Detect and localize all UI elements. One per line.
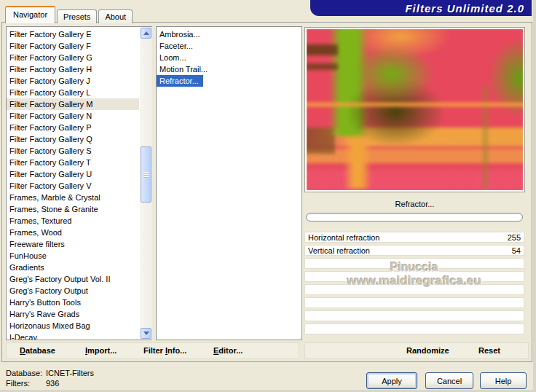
empty-slider-row — [304, 310, 524, 321]
empty-slider-row — [304, 324, 524, 334]
filter-list-item[interactable]: Motion Trail... — [157, 63, 302, 75]
tab[interactable]: Presets — [57, 9, 97, 23]
category-list-item[interactable]: Filter Factory Gallery P — [7, 122, 139, 133]
category-list-item[interactable]: Filter Factory Gallery L — [7, 87, 139, 98]
category-list-item[interactable]: Filter Factory Gallery M — [7, 98, 139, 110]
status-database-value: ICNET-Filters — [46, 368, 94, 378]
empty-slider-row — [304, 271, 524, 282]
filter-list: Ambrosia... Faceter... Loom... Motion Tr… — [156, 26, 302, 340]
category-list-item[interactable]: Filter Factory Gallery S — [7, 145, 139, 157]
parameter-value: 54 — [512, 246, 521, 255]
scroll-down-button[interactable] — [141, 328, 151, 339]
parameter-value: 255 — [508, 233, 521, 242]
category-list-item[interactable]: Filter Factory Gallery T — [7, 157, 139, 168]
parameter-slider-row[interactable]: Vertical refraction 54 — [304, 245, 524, 256]
category-list-item[interactable]: Greg's Factory Output Vol. II — [7, 273, 139, 285]
empty-slider-row — [304, 258, 524, 269]
filters-unlimited-dialog: Filters Unlimited 2.0 Navigator Presets … — [0, 0, 536, 392]
category-list-item[interactable]: Filter Factory Gallery E — [7, 28, 139, 40]
category-list-item[interactable]: Filter Factory Gallery U — [7, 168, 139, 180]
category-list-item[interactable]: Horizonaus Mixed Bag — [7, 320, 139, 332]
help-button[interactable]: Help — [480, 372, 527, 389]
category-list-item[interactable]: Frames, Marble & Crystal — [7, 192, 139, 203]
category-list-item[interactable]: Filter Factory Gallery J — [7, 75, 139, 87]
status-filters-value: 936 — [46, 378, 59, 388]
database-button[interactable]: Database — [20, 342, 55, 359]
category-list-item[interactable]: Harry's Rave Grads — [7, 308, 139, 320]
scroll-up-icon — [143, 28, 149, 35]
editor-button[interactable]: Editor... — [213, 342, 243, 359]
category-list-item[interactable]: Freeware filters — [7, 238, 139, 250]
category-list-item[interactable]: I-Decay — [7, 332, 139, 340]
preview-image — [307, 29, 523, 190]
title-banner: Filters Unlimited 2.0 — [310, 0, 532, 16]
category-list: Filter Factory Gallery E Filter Factory … — [6, 26, 152, 340]
randomize-button[interactable]: Randomize — [406, 342, 449, 359]
preview-gradient-art — [307, 29, 523, 190]
tab[interactable]: Navigator — [5, 6, 55, 23]
category-list-item[interactable]: FunHouse — [7, 250, 139, 262]
filter-info-button[interactable]: Filter Info... — [143, 342, 186, 359]
parameter-panel: Horizontal refraction 255 Vertical refra… — [304, 232, 524, 337]
scroll-up-button[interactable] — [141, 28, 151, 39]
category-list-item[interactable]: Frames, Wood — [7, 227, 139, 238]
filter-list-item[interactable]: Refractor... — [157, 75, 203, 87]
parameter-name: Horizontal refraction — [308, 233, 379, 242]
empty-slider-row — [304, 297, 524, 308]
progress-bar — [306, 213, 523, 222]
category-list-item[interactable]: Filter Factory Gallery Q — [7, 133, 139, 145]
category-list-item[interactable]: Filter Factory Gallery N — [7, 110, 139, 122]
category-scrollbar[interactable] — [140, 27, 152, 340]
category-list-item[interactable]: Harry's Button Tools — [7, 297, 139, 308]
status-database-label: Database: — [6, 368, 42, 378]
category-list-item[interactable]: Greg's Factory Output — [7, 285, 139, 297]
parameter-slider-row[interactable]: Horizontal refraction 255 — [304, 232, 524, 243]
category-list-item[interactable]: Filter Factory Gallery F — [7, 40, 139, 52]
apply-button[interactable]: Apply — [366, 372, 417, 389]
filter-list-item[interactable]: Loom... — [157, 52, 302, 63]
cancel-button[interactable]: Cancel — [425, 372, 473, 389]
scroll-down-icon — [143, 332, 149, 338]
parameter-name: Vertical refraction — [308, 246, 370, 255]
empty-slider-row — [304, 284, 524, 295]
tab-bar: Navigator Presets About — [5, 6, 133, 23]
import-button[interactable]: Import... — [85, 342, 117, 359]
status-filters-label: Filters: — [6, 378, 30, 388]
category-list-item[interactable]: Filter Factory Gallery H — [7, 63, 139, 75]
category-list-item[interactable]: Filter Factory Gallery G — [7, 52, 139, 63]
app-title: Filters Unlimited 2.0 — [405, 2, 524, 15]
current-filter-name: Refractor... — [304, 198, 525, 210]
filter-list-item[interactable]: Faceter... — [157, 40, 302, 52]
category-list-item[interactable]: Frames, Stone & Granite — [7, 203, 139, 215]
filter-list-item[interactable]: Ambrosia... — [157, 28, 302, 40]
preview-frame — [304, 27, 525, 192]
reset-button[interactable]: Reset — [478, 342, 500, 359]
tab[interactable]: About — [98, 9, 133, 23]
category-list-item[interactable]: Frames, Textured — [7, 215, 139, 227]
category-list-item[interactable]: Filter Factory Gallery V — [7, 180, 139, 192]
category-list-item[interactable]: Gradients — [7, 262, 139, 273]
scrollbar-thumb[interactable] — [141, 146, 151, 203]
